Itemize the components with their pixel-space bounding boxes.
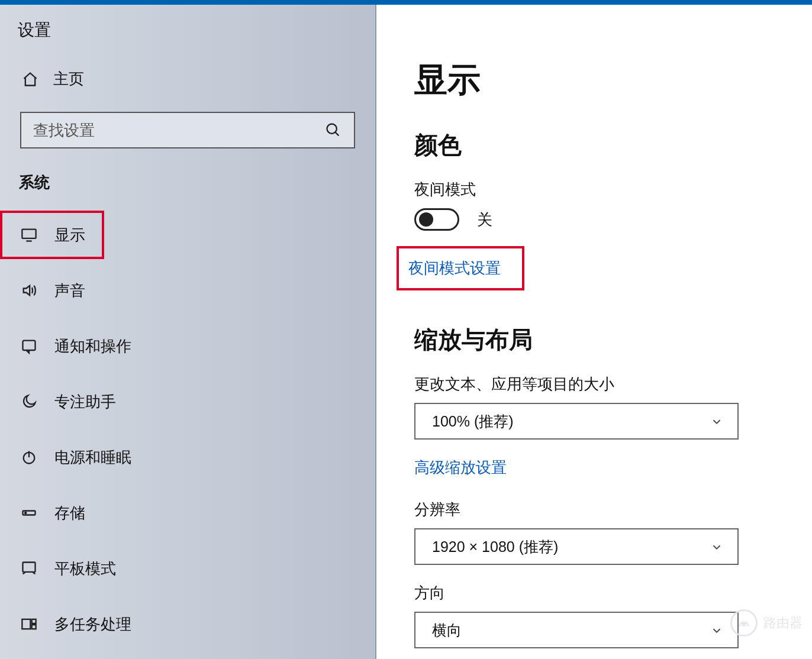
- sidebar-item-label: 声音: [54, 280, 85, 301]
- advanced-scaling-link[interactable]: 高级缩放设置: [414, 457, 507, 478]
- app-title: 设置: [0, 17, 375, 63]
- window-titlebar-strip: [0, 0, 812, 5]
- svg-rect-11: [32, 619, 36, 624]
- main-content: 显示 颜色 夜间模式 关 夜间模式设置 缩放与布局 更改文本、应用等项目的大小 …: [376, 5, 812, 659]
- home-icon: [21, 70, 39, 88]
- orientation-label: 方向: [414, 583, 812, 603]
- section-heading-scale: 缩放与布局: [414, 324, 812, 356]
- orientation-value: 横向: [432, 621, 462, 640]
- sidebar-item-sound[interactable]: 声音: [0, 263, 375, 318]
- sidebar: 设置 主页 查找设置 系统 显示: [0, 5, 376, 659]
- night-mode-toggle[interactable]: [414, 208, 459, 231]
- sidebar-item-label: 平板模式: [54, 558, 116, 579]
- svg-line-1: [336, 133, 339, 136]
- resolution-value: 1920 × 1080 (推荐): [432, 537, 558, 557]
- sidebar-item-label: 存储: [54, 503, 85, 524]
- chevron-down-icon: [710, 540, 723, 553]
- sidebar-item-label: 通知和操作: [54, 336, 131, 357]
- resolution-dropdown[interactable]: 1920 × 1080 (推荐): [414, 528, 739, 565]
- night-mode-settings-link[interactable]: 夜间模式设置: [408, 259, 501, 277]
- tablet-icon: [20, 560, 38, 577]
- notification-icon: [20, 337, 38, 355]
- sidebar-item-label: 电源和睡眠: [54, 447, 131, 468]
- text-size-dropdown[interactable]: 100% (推荐): [414, 403, 739, 440]
- sidebar-section-label: 系统: [0, 172, 375, 208]
- chevron-down-icon: [710, 624, 723, 637]
- sidebar-item-power-sleep[interactable]: 电源和睡眠: [0, 429, 375, 485]
- sidebar-home-label: 主页: [53, 69, 84, 89]
- page-title: 显示: [414, 58, 812, 103]
- text-size-value: 100% (推荐): [432, 412, 514, 431]
- search-placeholder: 查找设置: [33, 120, 95, 141]
- sidebar-item-storage[interactable]: 存储: [0, 485, 375, 541]
- sidebar-item-focus-assist[interactable]: 专注助手: [0, 374, 375, 429]
- svg-point-8: [25, 512, 26, 513]
- toggle-knob: [419, 212, 433, 227]
- sidebar-item-label: 专注助手: [54, 392, 116, 412]
- night-mode-state: 关: [477, 209, 492, 230]
- svg-point-0: [327, 124, 337, 134]
- svg-rect-4: [23, 341, 36, 350]
- multitask-icon: [20, 615, 38, 633]
- orientation-dropdown[interactable]: 横向: [414, 612, 739, 648]
- sidebar-item-label: 显示: [54, 225, 85, 245]
- power-icon: [20, 448, 38, 466]
- night-mode-settings-highlight: 夜间模式设置: [397, 246, 524, 290]
- sidebar-home[interactable]: 主页: [0, 63, 375, 95]
- storage-icon: [20, 504, 38, 522]
- sidebar-item-label: 多任务处理: [54, 614, 131, 635]
- sidebar-item-display[interactable]: 显示: [0, 211, 104, 259]
- svg-rect-9: [23, 563, 36, 572]
- svg-rect-10: [22, 619, 30, 629]
- app-root: 设置 主页 查找设置 系统 显示: [0, 5, 812, 659]
- svg-rect-2: [22, 230, 36, 238]
- monitor-icon: [20, 226, 38, 244]
- resolution-label: 分辨率: [414, 499, 812, 520]
- chevron-down-icon: [710, 415, 723, 428]
- sidebar-item-notifications[interactable]: 通知和操作: [0, 318, 375, 374]
- search-icon: [324, 121, 342, 139]
- night-mode-label: 夜间模式: [414, 179, 812, 200]
- search-input[interactable]: 查找设置: [20, 112, 355, 148]
- sound-icon: [20, 282, 38, 299]
- moon-icon: [20, 393, 38, 411]
- night-mode-toggle-row: 关: [414, 208, 812, 231]
- section-heading-color: 颜色: [414, 129, 812, 161]
- text-size-label: 更改文本、应用等项目的大小: [414, 374, 812, 395]
- sidebar-nav-list: 显示 声音 通知和操作 专注助手: [0, 208, 375, 652]
- sidebar-item-tablet-mode[interactable]: 平板模式: [0, 541, 375, 596]
- svg-rect-12: [32, 625, 36, 629]
- sidebar-item-multitasking[interactable]: 多任务处理: [0, 596, 375, 652]
